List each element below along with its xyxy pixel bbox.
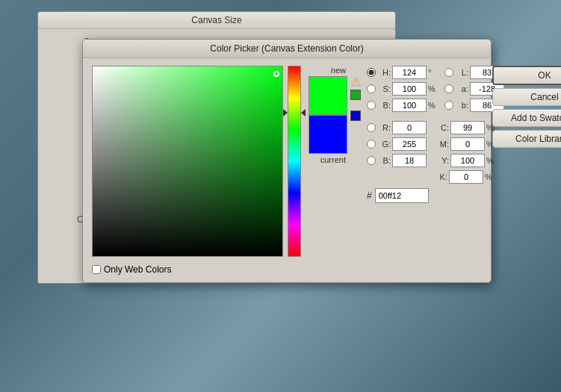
radio-a[interactable] <box>444 84 453 93</box>
hue-slider-arrow-left <box>283 109 288 116</box>
unit-S: % <box>428 84 438 93</box>
warning-icon: ⚠ <box>350 76 361 88</box>
radio-B[interactable] <box>367 101 376 110</box>
label-Y: Y: <box>433 156 449 165</box>
field-row-K: K: % <box>431 170 495 184</box>
only-web-colors-checkbox[interactable] <box>92 265 101 274</box>
label-G: G: <box>377 140 391 149</box>
field-row-S: S: % <box>367 82 438 96</box>
input-R[interactable] <box>392 121 427 134</box>
input-B2[interactable] <box>392 154 427 167</box>
hue-slider-arrow-right <box>301 109 306 116</box>
field-row-H: H: ° <box>367 66 438 79</box>
label-M: M: <box>433 140 449 149</box>
color-current <box>309 115 347 154</box>
preview-row: ⚠ <box>309 76 361 154</box>
input-C[interactable] <box>450 121 485 134</box>
unit-B: % <box>428 101 438 110</box>
canvas-size-titlebar: Canvas Size <box>38 12 395 29</box>
picker-top: new ⚠ current <box>92 66 361 257</box>
preview-section: new ⚠ current <box>309 66 361 164</box>
dialog-titlebar: Color Picker (Canvas Extension Color) <box>83 40 491 58</box>
canvas-size-title: Canvas Size <box>191 15 241 25</box>
input-G[interactable] <box>392 137 427 151</box>
label-B: B: <box>377 101 391 110</box>
add-to-swatches-button[interactable]: Add to Swatches <box>492 109 561 127</box>
label-K: K: <box>431 172 447 181</box>
fields-row-H-L: H: ° L: <box>367 66 486 79</box>
input-K[interactable] <box>449 170 483 184</box>
fields-row-B2-Y: B: Y: % <box>367 154 486 167</box>
only-web-row: Only Web Colors <box>92 264 361 275</box>
picker-left: new ⚠ current <box>92 66 361 275</box>
field-row-M: M: % <box>433 137 497 151</box>
fields-row-R-C: R: C: % <box>367 121 486 134</box>
field-row-K-placeholder <box>379 170 425 184</box>
label-a: a: <box>455 84 468 93</box>
fields-row-K: K: % <box>367 170 486 184</box>
label-S: S: <box>377 84 391 93</box>
fields-row-G-M: G: M: % <box>367 137 486 151</box>
dialog-title: Color Picker (Canvas Extension Color) <box>210 43 363 54</box>
input-Y[interactable] <box>450 154 485 167</box>
fields-row-B-b: B: % b: <box>367 99 486 112</box>
spacer <box>367 115 486 118</box>
hue-slider[interactable] <box>288 66 301 257</box>
radio-R[interactable] <box>367 123 376 132</box>
gamut-square-1[interactable] <box>350 90 361 100</box>
radio-b2[interactable] <box>444 101 453 110</box>
label-C: C: <box>433 123 449 132</box>
field-row-R: R: <box>367 121 427 134</box>
label-L: L: <box>455 68 468 77</box>
field-row-G: G: <box>367 137 427 151</box>
hex-input[interactable] <box>375 188 429 203</box>
dialog-body: new ⚠ current <box>83 58 491 282</box>
color-field[interactable] <box>92 66 283 257</box>
radio-S[interactable] <box>367 84 376 93</box>
cancel-button[interactable]: Cancel <box>492 88 561 106</box>
color-field-cursor <box>273 71 279 77</box>
new-label: new <box>331 66 346 75</box>
color-new <box>309 76 347 115</box>
input-M[interactable] <box>450 137 485 151</box>
field-row-B2: B: <box>367 154 427 167</box>
field-row-B: B: % <box>367 99 438 112</box>
unit-H: ° <box>428 68 438 77</box>
radio-H[interactable] <box>367 68 376 77</box>
fields-row-S-a: S: % a: <box>367 82 486 96</box>
field-row-C: C: % <box>433 121 497 134</box>
right-panel: OK Cancel Add to Swatches Color Librarie… <box>492 66 561 275</box>
radio-L[interactable] <box>444 68 453 77</box>
label-H: H: <box>377 68 391 77</box>
hue-slider-wrap[interactable] <box>288 66 301 257</box>
input-B[interactable] <box>392 99 427 112</box>
gamut-square-2[interactable] <box>350 111 361 121</box>
label-B2: B: <box>377 156 391 165</box>
color-libraries-button[interactable]: Color Libraries <box>492 130 561 148</box>
ok-button[interactable]: OK <box>492 66 561 85</box>
hex-row: # <box>367 188 486 203</box>
color-field-wrap[interactable] <box>92 66 283 257</box>
color-picker-dialog: Color Picker (Canvas Extension Color) <box>82 39 492 283</box>
hex-label: # <box>367 190 372 201</box>
fields-section: H: ° L: S: % a: <box>367 66 486 275</box>
input-H[interactable] <box>392 66 427 79</box>
radio-G[interactable] <box>367 140 376 149</box>
field-row-Y: Y: % <box>433 154 497 167</box>
only-web-colors-label: Only Web Colors <box>104 264 171 275</box>
input-S[interactable] <box>392 82 427 96</box>
current-label: current <box>320 155 346 164</box>
radio-B2[interactable] <box>367 156 376 165</box>
label-b2: b: <box>455 101 468 110</box>
gamut-icons: ⚠ <box>350 76 361 121</box>
label-R: R: <box>377 123 391 132</box>
color-preview-col <box>309 76 347 154</box>
